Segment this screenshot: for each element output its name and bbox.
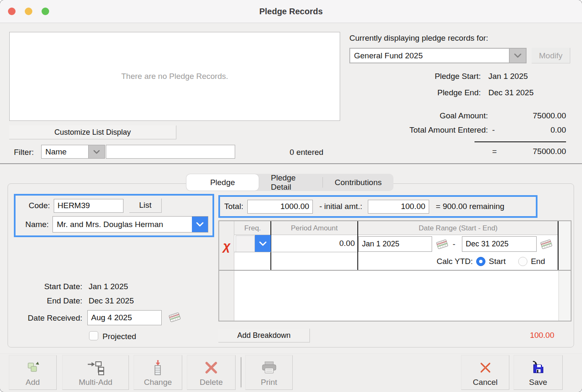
code-input[interactable] bbox=[54, 199, 123, 213]
calc-ytd-end-radio[interactable] bbox=[518, 257, 527, 266]
cancel-button-label: Cancel bbox=[473, 378, 498, 387]
toolbar-separator bbox=[241, 357, 241, 387]
chevron-down-icon[interactable] bbox=[88, 145, 105, 158]
close-window-icon[interactable] bbox=[8, 8, 16, 15]
change-record-icon bbox=[152, 358, 163, 377]
title-bar: Pledge Records bbox=[0, 0, 582, 23]
date-picker-icon[interactable] bbox=[168, 312, 181, 324]
start-date-value: Jan 1 2025 bbox=[89, 282, 128, 291]
chevron-down-icon bbox=[259, 241, 267, 246]
total-input[interactable] bbox=[247, 200, 313, 214]
pledge-records-window: Pledge Records There are no Pledge Recor… bbox=[0, 0, 582, 392]
minimize-window-icon[interactable] bbox=[25, 8, 32, 15]
multi-add-button-label: Multi-Add bbox=[79, 378, 112, 387]
multi-add-button[interactable]: Multi-Add bbox=[62, 355, 129, 390]
date-picker-icon[interactable] bbox=[435, 239, 449, 251]
add-button-label: Add bbox=[26, 378, 40, 387]
section-divider bbox=[0, 163, 582, 164]
fund-selected: General Fund 2025 bbox=[350, 49, 509, 63]
date-received-label: Date Received: bbox=[13, 314, 82, 323]
cancel-button[interactable]: Cancel bbox=[461, 355, 509, 390]
calc-ytd-start-label: Start bbox=[489, 257, 506, 266]
column-divider bbox=[558, 221, 558, 270]
start-date-label: Start Date: bbox=[13, 282, 82, 291]
column-header-freq[interactable]: Freq. bbox=[234, 221, 271, 235]
tab-contributions[interactable]: Contributions bbox=[323, 174, 393, 191]
name-selected: Mr. and Mrs. Douglas Herman bbox=[53, 217, 192, 232]
filter-field-select[interactable]: Name bbox=[41, 145, 105, 159]
range-end-input[interactable] bbox=[462, 236, 537, 252]
pledge-start-label: Pledge Start: bbox=[349, 72, 481, 81]
entered-count: 0 entered bbox=[273, 148, 340, 157]
table-scrollbar-track[interactable] bbox=[558, 221, 571, 321]
period-amount-value[interactable]: 0.00 bbox=[271, 235, 355, 252]
cancel-x-icon bbox=[479, 358, 492, 377]
sum-divider bbox=[475, 141, 566, 142]
date-picker-icon[interactable] bbox=[540, 239, 553, 251]
multi-add-icon bbox=[87, 358, 105, 377]
filter-field-selected: Name bbox=[42, 145, 88, 158]
bottom-toolbar: Add Multi-Add Change Delete Print bbox=[0, 353, 582, 392]
displaying-records-label: Currently displaying pledge records for: bbox=[349, 34, 488, 43]
print-button-label: Print bbox=[261, 378, 277, 387]
date-received-input[interactable] bbox=[87, 310, 162, 325]
initial-amount-input[interactable] bbox=[368, 200, 429, 214]
projected-label: Projected bbox=[102, 332, 136, 341]
list-button[interactable]: List bbox=[129, 199, 162, 213]
printer-icon bbox=[261, 358, 278, 377]
empty-list-message: There are no Pledge Records. bbox=[121, 72, 228, 81]
breakdown-table: Freq. Period Amount Date Range (Start - … bbox=[218, 220, 572, 321]
print-button[interactable]: Print bbox=[245, 355, 293, 390]
row-field-divider bbox=[234, 252, 357, 252]
initial-amount-label: - initial amt.: bbox=[319, 202, 362, 211]
save-button[interactable]: Save bbox=[514, 355, 563, 390]
projected-checkbox[interactable] bbox=[89, 331, 98, 340]
freq-dropdown-button[interactable] bbox=[255, 235, 271, 252]
window-title: Pledge Records bbox=[0, 0, 582, 23]
calc-ytd-label: Calc YTD: bbox=[437, 257, 473, 266]
goal-amount-label: Goal Amount: bbox=[349, 111, 488, 120]
add-breakdown-button[interactable]: Add Breakdown bbox=[218, 329, 310, 342]
column-header-date-range[interactable]: Date Range (Start - End) bbox=[358, 221, 558, 235]
total-label: Total: bbox=[224, 202, 243, 211]
save-button-label: Save bbox=[529, 378, 547, 387]
filter-label: Filter: bbox=[14, 148, 34, 157]
remaining-text: = 900.00 remaining bbox=[436, 202, 504, 211]
zoom-window-icon[interactable] bbox=[42, 8, 49, 15]
change-button[interactable]: Change bbox=[134, 355, 182, 390]
total-entered-value: 0.00 bbox=[503, 125, 566, 135]
add-record-icon bbox=[25, 358, 40, 377]
equals-op: = bbox=[488, 147, 503, 156]
delete-x-icon bbox=[204, 358, 218, 377]
chevron-down-icon[interactable] bbox=[509, 49, 526, 63]
row-bottom-divider bbox=[219, 270, 571, 271]
add-button[interactable]: Add bbox=[9, 355, 57, 390]
range-dash: - bbox=[453, 240, 455, 249]
calc-ytd-start-radio[interactable] bbox=[476, 257, 485, 266]
column-header-period-amount[interactable]: Period Amount bbox=[271, 221, 358, 235]
delete-row-glyph[interactable]: χ bbox=[219, 239, 234, 253]
name-select[interactable]: Mr. and Mrs. Douglas Herman bbox=[52, 216, 208, 233]
chevron-down-icon[interactable] bbox=[192, 217, 208, 232]
goal-amount-value: 75000.00 bbox=[503, 111, 566, 120]
end-date-label: End Date: bbox=[13, 296, 82, 306]
delete-button[interactable]: Delete bbox=[187, 355, 236, 390]
calc-ytd-row: Calc YTD: Start End bbox=[358, 254, 558, 269]
name-label: Name: bbox=[20, 220, 49, 229]
customize-list-display-button[interactable]: Customize List Display bbox=[9, 125, 176, 139]
donor-selection-group: Code: List Name: Mr. and Mrs. Douglas He… bbox=[14, 194, 214, 237]
freq-value-field[interactable] bbox=[236, 235, 255, 252]
pledge-records-list[interactable]: There are no Pledge Records. bbox=[9, 32, 340, 121]
pledge-end-label: Pledge End: bbox=[349, 88, 481, 97]
fund-select[interactable]: General Fund 2025 bbox=[349, 48, 527, 63]
modify-button[interactable]: Modify bbox=[532, 48, 570, 63]
total-entered-label: Total Amount Entered: bbox=[349, 125, 488, 135]
code-label: Code: bbox=[20, 201, 50, 210]
tab-pledge[interactable]: Pledge bbox=[186, 174, 259, 191]
filter-text-input[interactable] bbox=[106, 145, 235, 159]
minus-op: - bbox=[488, 125, 503, 135]
calc-ytd-end-label: End bbox=[531, 257, 545, 266]
tab-pledge-detail[interactable]: Pledge Detail bbox=[259, 174, 322, 191]
pledge-start-value: Jan 1 2025 bbox=[481, 72, 572, 81]
range-start-input[interactable] bbox=[358, 236, 432, 252]
